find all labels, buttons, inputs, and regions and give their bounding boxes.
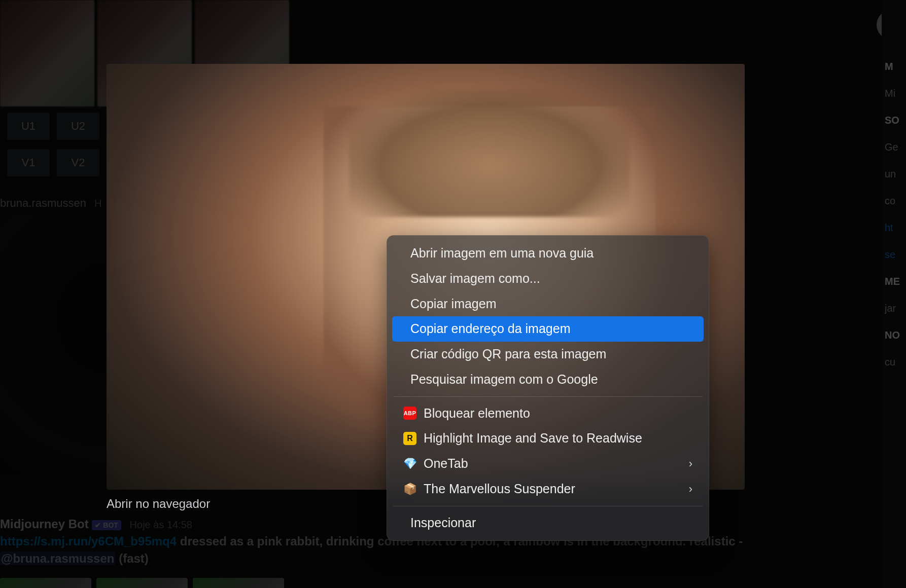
panel-link1[interactable]: ht: [885, 222, 893, 234]
u2-button[interactable]: U2: [57, 113, 99, 140]
ctx-copy-image-address[interactable]: Copiar endereço da imagem: [392, 316, 704, 342]
panel-sub: Mi: [885, 88, 895, 99]
ctx-abp-block[interactable]: ABP Bloquear elemento: [392, 401, 704, 426]
panel-title: M: [885, 61, 893, 72]
right-panel: M Mi SO Ge un co ht se ME jar NO cu: [882, 0, 906, 588]
ctx-onetab[interactable]: 💎 OneTab ›: [392, 451, 704, 476]
thumbnail[interactable]: [0, 578, 91, 588]
panel-link2[interactable]: se: [885, 249, 895, 261]
message-suffix: (fast): [115, 552, 148, 565]
ctx-label: Salvar imagem como...: [410, 270, 540, 287]
ctx-save-as[interactable]: Salvar imagem como...: [392, 266, 704, 291]
onetab-icon: 💎: [403, 457, 416, 470]
reply-username: bruna.rasmussen: [0, 197, 86, 209]
ctx-label: Copiar imagem: [410, 296, 497, 313]
chevron-right-icon: ›: [689, 482, 692, 497]
v2-button[interactable]: V2: [57, 149, 99, 176]
message-mention[interactable]: @bruna.rasmussen: [0, 552, 115, 565]
ctx-label: Highlight Image and Save to Readwise: [424, 430, 642, 447]
chevron-right-icon: ›: [689, 456, 692, 471]
panel-h2: ME: [885, 276, 900, 287]
ctx-search-google[interactable]: Pesquisar imagem com o Google: [392, 367, 704, 392]
ctx-label: Criar código QR para esta imagem: [410, 346, 606, 363]
ctx-label: Bloquear elemento: [424, 405, 530, 422]
ctx-label: Pesquisar imagem com o Google: [410, 371, 598, 388]
grid-cell: [0, 0, 94, 106]
panel-l3: co: [885, 195, 895, 207]
ctx-suspender[interactable]: 📦 The Marvellous Suspender ›: [392, 476, 704, 502]
ctx-separator: [393, 506, 703, 506]
ctx-copy-image[interactable]: Copiar imagem: [392, 291, 704, 317]
badge-text: BOT: [103, 521, 118, 529]
message-link[interactable]: https://s.mj.run/y6CM_b95mq4: [0, 534, 177, 548]
variation-row: V1 V2: [7, 149, 99, 176]
panel-v3: cu: [885, 356, 895, 368]
ctx-readwise[interactable]: R Highlight Image and Save to Readwise: [392, 426, 704, 451]
message-content-2: @bruna.rasmussen (fast): [0, 552, 743, 566]
ctx-label: Inspecionar: [410, 514, 476, 532]
panel-h3: NO: [885, 329, 900, 341]
ctx-inspect[interactable]: Inspecionar: [392, 510, 704, 536]
context-menu: Abrir imagem em uma nova guia Salvar ima…: [387, 235, 709, 541]
u1-button[interactable]: U1: [7, 113, 50, 140]
bot-badge: ✔ BOT: [92, 520, 121, 530]
thumbnail[interactable]: [96, 578, 188, 588]
suspender-icon: 📦: [403, 483, 416, 496]
ctx-separator: [393, 396, 703, 397]
message-timestamp: Hoje às 14:58: [130, 519, 192, 530]
panel-h1: SO: [885, 115, 899, 126]
reply-line: bruna.rasmussen H: [0, 197, 102, 210]
thumbnail-row: [0, 578, 284, 588]
upscale-row: U1 U2: [7, 113, 99, 140]
abp-icon: ABP: [403, 407, 416, 420]
ctx-label: Copiar endereço da imagem: [410, 320, 570, 338]
ctx-open-new-tab[interactable]: Abrir imagem em uma nova guia: [392, 241, 704, 266]
ctx-label: OneTab: [424, 455, 468, 472]
ctx-label: Abrir imagem em uma nova guia: [410, 245, 594, 262]
badge-check-icon: ✔: [95, 521, 101, 529]
panel-l2: un: [885, 168, 896, 180]
panel-v2: jar: [885, 303, 896, 314]
panel-l1: Ge: [885, 141, 898, 153]
ctx-create-qr[interactable]: Criar código QR para esta imagem: [392, 342, 704, 367]
reply-ts: H: [94, 198, 101, 209]
readwise-icon: R: [403, 432, 416, 445]
v1-button[interactable]: V1: [7, 149, 50, 176]
ctx-label: The Marvellous Suspender: [424, 481, 575, 498]
thumbnail[interactable]: [193, 578, 284, 588]
message-author[interactable]: Midjourney Bot: [0, 517, 89, 531]
